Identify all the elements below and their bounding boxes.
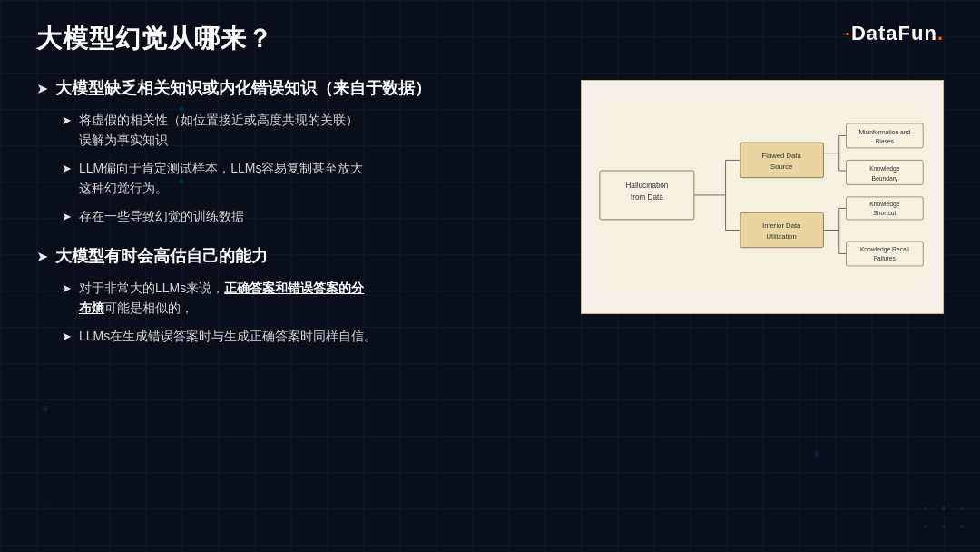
svg-text:Source: Source [770,163,792,171]
arrow-icon-1: ➤ [36,80,48,97]
slide-header: 大模型幻觉从哪来？ ·DataFun. [36,22,944,56]
sub-arrow-1-3: ➤ [62,210,72,223]
svg-text:Misinformation and: Misinformation and [858,129,910,135]
sub-arrow-1-2: ➤ [62,162,72,175]
svg-text:Failures: Failures [874,255,897,261]
svg-rect-25 [740,143,823,178]
logo-text: ·DataFun. [845,22,944,45]
sub-bullet-1-3: ➤ 存在一些导致幻觉的训练数据 [62,206,554,226]
svg-text:Inferior Data: Inferior Data [762,222,801,230]
svg-text:Flawed Data: Flawed Data [762,152,802,160]
logo-suffix-dot: . [937,22,944,44]
sub-bullets-1: ➤ 将虚假的相关性（如位置接近或高度共现的关联）误解为事实知识 ➤ LLM偏向于… [36,110,554,226]
sub-bullet-2-2: ➤ LLMs在生成错误答案时与生成正确答案时同样自信。 [62,326,554,346]
text-section: ➤ 大模型缺乏相关知识或内化错误知识（来自于数据） ➤ 将虚假的相关性（如位置接… [36,73,554,364]
diagram-svg: Hallucination from Data Flawed Data Sour… [596,99,928,291]
diagram-box: Hallucination from Data Flawed Data Sour… [581,80,944,314]
sub-arrow-2-1: ➤ [62,281,72,295]
sub-text-2-1: 对于非常大的LLMs来说，正确答案和错误答案的分布熵可能是相似的， [79,278,364,319]
sub-arrow-2-2: ➤ [62,330,72,343]
sub-text-1-3: 存在一些导致幻觉的训练数据 [79,206,244,226]
svg-text:Boundary: Boundary [871,175,897,182]
sub-bullet-1-2: ➤ LLM偏向于肯定测试样本，LLMs容易复制甚至放大这种幻觉行为。 [62,158,554,199]
content-area: ➤ 大模型缺乏相关知识或内化错误知识（来自于数据） ➤ 将虚假的相关性（如位置接… [36,73,944,364]
logo: ·DataFun. [845,22,944,45]
main-bullet-text-1: 大模型缺乏相关知识或内化错误知识（来自于数据） [55,76,431,101]
svg-text:from Data: from Data [631,193,663,202]
svg-text:Utilization: Utilization [767,232,797,241]
svg-text:Knowledge: Knowledge [869,201,900,208]
sub-bullet-1-1: ➤ 将虚假的相关性（如位置接近或高度共现的关联）误解为事实知识 [62,110,554,151]
logo-brand: DataFun [851,22,937,44]
diagram-section: Hallucination from Data Flawed Data Sour… [581,80,944,314]
svg-rect-28 [740,212,823,248]
svg-text:Biases: Biases [876,138,895,144]
sub-text-1-1: 将虚假的相关性（如位置接近或高度共现的关联）误解为事实知识 [79,110,358,151]
sub-bullet-2-1: ➤ 对于非常大的LLMs来说，正确答案和错误答案的分布熵可能是相似的， [62,278,554,319]
svg-text:Knowledge Recall: Knowledge Recall [860,246,909,253]
sub-bullets-2: ➤ 对于非常大的LLMs来说，正确答案和错误答案的分布熵可能是相似的， ➤ LL… [36,278,554,346]
sub-text-2-2: LLMs在生成错误答案时与生成正确答案时同样自信。 [79,326,377,346]
main-point-1: ➤ 大模型缺乏相关知识或内化错误知识（来自于数据） ➤ 将虚假的相关性（如位置接… [36,76,554,226]
slide-title: 大模型幻觉从哪来？ [36,22,273,56]
arrow-icon-2: ➤ [36,248,48,265]
sub-arrow-1-1: ➤ [62,113,72,127]
svg-text:Shortcut: Shortcut [873,210,896,216]
main-bullet-text-2: 大模型有时会高估自己的能力 [55,244,268,269]
svg-text:Knowledge: Knowledge [869,165,900,172]
slide-container: 大模型幻觉从哪来？ ·DataFun. ➤ 大模型缺乏相关知识或内化错误知识（来… [0,0,980,552]
svg-text:Hallucination: Hallucination [625,182,668,190]
main-bullet-2: ➤ 大模型有时会高估自己的能力 [36,244,554,269]
main-bullet-1: ➤ 大模型缺乏相关知识或内化错误知识（来自于数据） [36,76,554,101]
main-point-2: ➤ 大模型有时会高估自己的能力 ➤ 对于非常大的LLMs来说，正确答案和错误答案… [36,244,554,346]
sub-text-1-2: LLM偏向于肯定测试样本，LLMs容易复制甚至放大这种幻觉行为。 [79,158,363,199]
